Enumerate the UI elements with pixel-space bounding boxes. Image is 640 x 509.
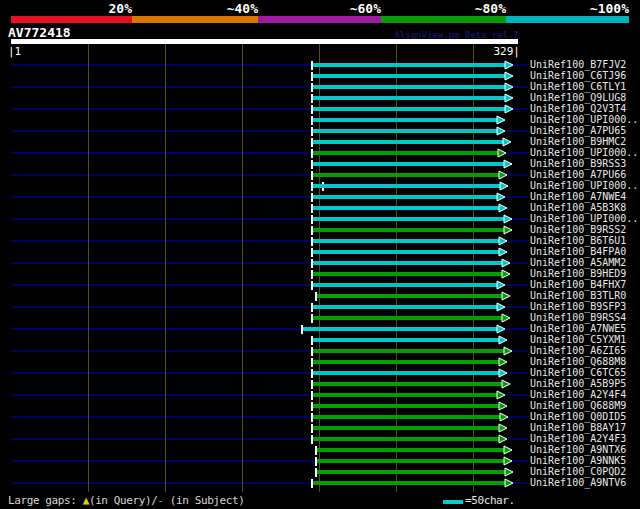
hit-label[interactable]: UniRef100_B9HMC2 [530, 136, 626, 147]
hit-bar[interactable] [313, 162, 505, 166]
hit-arrow-icon [498, 434, 508, 444]
hit-label[interactable]: UniRef100_B4FPA0 [530, 246, 626, 257]
hit-bar[interactable] [313, 206, 500, 210]
gridline [242, 44, 243, 492]
hit-label[interactable]: UniRef100_B9HED9 [530, 268, 626, 279]
hit-arrow-icon [504, 93, 514, 103]
hit-bar[interactable] [313, 360, 500, 364]
query-gap-text: (in Query)/ [89, 494, 157, 507]
hit-bar[interactable] [313, 415, 501, 419]
hit-label[interactable]: UniRef100_A5B3K8 [530, 202, 626, 213]
hit-bar[interactable] [313, 349, 505, 353]
hit-bar[interactable] [313, 217, 505, 221]
hit-bar[interactable] [313, 184, 501, 188]
hit-arrow-icon [497, 148, 507, 158]
hit-arrow-icon [498, 335, 508, 345]
hit-label[interactable]: UniRef100_B4FHX7 [530, 279, 626, 290]
hit-arrow-icon [504, 82, 514, 92]
hit-bar[interactable] [313, 85, 506, 89]
hit-bar[interactable] [313, 437, 500, 441]
hit-label[interactable]: UniRef100_A2Y4F3 [530, 433, 626, 444]
hit-label[interactable]: UniRef100_B6T6U1 [530, 235, 626, 246]
hit-arrow-icon [503, 445, 513, 455]
hit-bar[interactable] [317, 448, 505, 452]
hit-bar[interactable] [317, 294, 503, 298]
hit-arrow-icon [496, 192, 506, 202]
gridline [396, 44, 397, 492]
hit-bar[interactable] [313, 239, 500, 243]
hit-bar[interactable] [313, 338, 500, 342]
hit-label[interactable]: UniRef100_UPI000.. [530, 147, 638, 158]
hit-label[interactable]: UniRef100_B9RSS3 [530, 158, 626, 169]
hit-bar[interactable] [313, 140, 504, 144]
hit-bar[interactable] [313, 74, 506, 78]
hit-label[interactable]: UniRef100_C5YXM1 [530, 334, 626, 345]
hit-bar[interactable] [313, 393, 498, 397]
hit-arrow-icon [498, 357, 508, 367]
hit-label[interactable]: UniRef100_Q688M8 [530, 356, 626, 367]
hit-label[interactable]: UniRef100_Q2V3T4 [530, 103, 626, 114]
hit-bar[interactable] [313, 118, 498, 122]
hit-label[interactable]: UniRef100_B7FJV2 [530, 59, 626, 70]
hit-bar[interactable] [313, 426, 500, 430]
hit-bar[interactable] [317, 459, 505, 463]
hit-bar[interactable] [313, 96, 506, 100]
hit-label[interactable]: UniRef100_B9RSS2 [530, 224, 626, 235]
hit-bar[interactable] [313, 316, 503, 320]
hit-label[interactable]: UniRef100_A9NNK5 [530, 455, 626, 466]
hit-label[interactable]: UniRef100_A7NWE4 [530, 191, 626, 202]
hit-label[interactable]: UniRef100_A7PU66 [530, 169, 626, 180]
hit-arrow-icon [499, 412, 509, 422]
hit-bar[interactable] [313, 371, 500, 375]
hit-label[interactable]: UniRef100_Q9LUG8 [530, 92, 626, 103]
hit-label[interactable]: UniRef100_A7NWE5 [530, 323, 626, 334]
hit-bar[interactable] [313, 151, 499, 155]
hit-label[interactable]: UniRef100_A7PU65 [530, 125, 626, 136]
hit-arrow-icon [501, 291, 511, 301]
hit-label[interactable]: UniRef100_A5B9P5 [530, 378, 626, 389]
hit-bar[interactable] [313, 404, 500, 408]
hit-bar[interactable] [313, 261, 503, 265]
hit-label[interactable]: UniRef100_B9SFP3 [530, 301, 626, 312]
hit-bar[interactable] [313, 305, 498, 309]
hit-label[interactable]: UniRef100_Q688M9 [530, 400, 626, 411]
hit-arrow-icon [504, 478, 514, 488]
hit-label[interactable]: UniRef100_UPI000.. [530, 213, 638, 224]
hit-bar[interactable] [313, 228, 505, 232]
hit-bar[interactable] [313, 283, 498, 287]
hit-label[interactable]: UniRef100_A9NTV6 [530, 477, 626, 488]
hit-bar[interactable] [313, 195, 498, 199]
hit-label[interactable]: UniRef100_Q0DID5 [530, 411, 626, 422]
hit-label[interactable]: UniRef100_UPI000.. [530, 114, 638, 125]
gridline [165, 44, 166, 492]
hit-arrow-icon [498, 170, 508, 180]
hit-bar[interactable] [313, 382, 503, 386]
hit-bar[interactable] [313, 272, 503, 276]
hit-arrow-icon [504, 71, 514, 81]
hit-bar[interactable] [313, 129, 498, 133]
hit-label[interactable]: UniRef100_A5AMM2 [530, 257, 626, 268]
hit-arrow-icon [498, 423, 508, 433]
hit-label[interactable]: UniRef100_A2Y4F4 [530, 389, 626, 400]
hit-bar[interactable] [303, 327, 498, 331]
hit-label[interactable]: UniRef100_UPI000.. [530, 180, 638, 191]
hit-bar[interactable] [313, 63, 506, 67]
hit-label[interactable]: UniRef100_B8AY17 [530, 422, 626, 433]
hit-bar[interactable] [317, 470, 506, 474]
hit-bar[interactable] [313, 250, 500, 254]
hit-label[interactable]: UniRef100_B9RSS4 [530, 312, 626, 323]
hit-label[interactable]: UniRef100_C6TJ96 [530, 70, 626, 81]
hit-label[interactable]: UniRef100_C6TLY1 [530, 81, 626, 92]
hit-label[interactable]: UniRef100_C6TC65 [530, 367, 626, 378]
hit-arrow-icon [496, 115, 506, 125]
hit-arrow-icon [496, 280, 506, 290]
hit-label[interactable]: UniRef100_C0PQD2 [530, 466, 626, 477]
hit-label[interactable]: UniRef100_A6ZI65 [530, 345, 626, 356]
hit-label[interactable]: UniRef100_B3TLR0 [530, 290, 626, 301]
hit-arrow-icon [503, 346, 513, 356]
hit-bar[interactable] [313, 173, 500, 177]
hit-arrow-icon [501, 269, 511, 279]
hit-bar[interactable] [313, 107, 506, 111]
hit-label[interactable]: UniRef100_A9NTX6 [530, 444, 626, 455]
hit-bar[interactable] [313, 481, 506, 485]
